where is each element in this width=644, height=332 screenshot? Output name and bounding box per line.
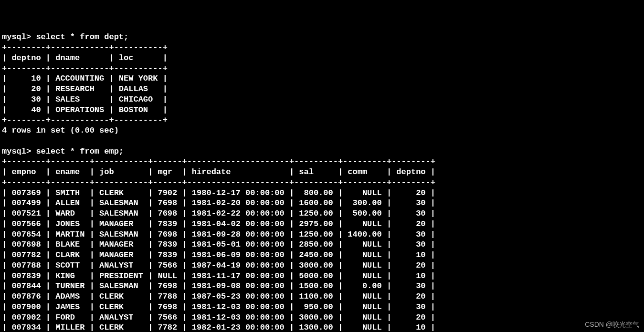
table-row: | 007782 | CLARK | MANAGER | 7839 | 1981… (2, 250, 435, 259)
terminal-output: mysql> select * from dept; +--------+---… (2, 32, 642, 332)
dept-result-footer: 4 rows in set (0.00 sec) (2, 126, 119, 135)
table-row: | 007654 | MARTIN | SALESMAN | 7698 | 19… (2, 230, 435, 239)
table-row: | 10 | ACCOUNTING | NEW YORK | (2, 74, 168, 83)
mysql-prompt[interactable]: mysql> (2, 147, 31, 156)
table-row: | 40 | OPERATIONS | BOSTON | (2, 105, 168, 114)
table-row: | 007844 | TURNER | SALESMAN | 7698 | 19… (2, 281, 435, 290)
dept-table-border-bottom: +--------+------------+----------+ (2, 115, 168, 124)
table-row: | 007499 | ALLEN | SALESMAN | 7698 | 198… (2, 198, 435, 208)
table-row: | 007876 | ADAMS | CLERK | 7788 | 1987-0… (2, 292, 435, 301)
dept-table-border-top: +--------+------------+----------+ (2, 43, 168, 52)
dept-table-border-mid: +--------+------------+----------+ (2, 64, 168, 73)
dept-table-header: | deptno | dname | loc | (2, 53, 168, 62)
table-row: | 007788 | SCOTT | ANALYST | 7566 | 1987… (2, 261, 435, 270)
table-row: | 20 | RESEARCH | DALLAS | (2, 84, 168, 93)
emp-table-header: | empno | ename | job | mgr | hiredate |… (2, 167, 435, 176)
sql-query-dept: select * from dept; (36, 32, 128, 42)
table-row: | 007902 | FORD | ANALYST | 7566 | 1981-… (2, 313, 435, 322)
mysql-prompt[interactable]: mysql> (2, 32, 31, 42)
sql-query-emp: select * from emp; (36, 147, 124, 156)
table-row: | 007566 | JONES | MANAGER | 7839 | 1981… (2, 219, 435, 228)
emp-table-border-top: +--------+--------+-----------+------+--… (2, 157, 435, 166)
table-row: | 007369 | SMITH | CLERK | 7902 | 1980-1… (2, 188, 435, 197)
emp-table-border-mid: +--------+--------+-----------+------+--… (2, 178, 435, 187)
table-row: | 30 | SALES | CHICAGO | (2, 95, 168, 104)
table-row: | 007900 | JAMES | CLERK | 7698 | 1981-1… (2, 302, 435, 311)
table-row: | 007698 | BLAKE | MANAGER | 7839 | 1981… (2, 240, 435, 249)
table-row: | 007521 | WARD | SALESMAN | 7698 | 1981… (2, 209, 435, 218)
watermark-text: CSDN @咬光空气 (585, 321, 639, 329)
table-row: | 007934 | MILLER | CLERK | 7782 | 1982-… (2, 323, 435, 332)
table-row: | 007839 | KING | PRESIDENT | NULL | 198… (2, 271, 435, 280)
